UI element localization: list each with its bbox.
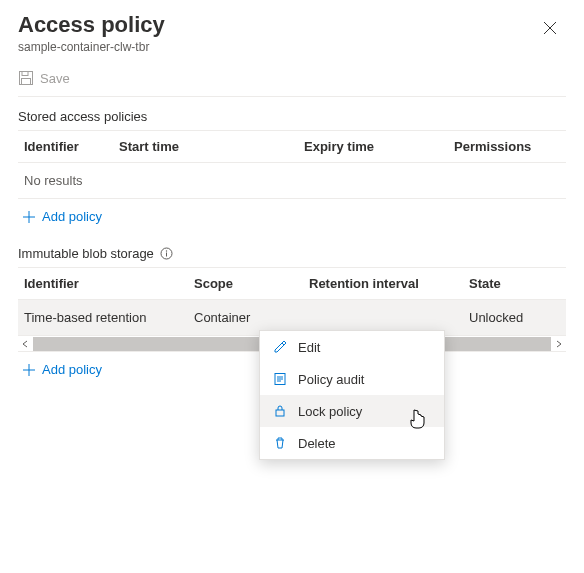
col-ibs-identifier: Identifier: [24, 276, 194, 291]
svg-rect-1: [22, 72, 28, 76]
menu-lock-policy[interactable]: Lock policy: [260, 395, 444, 427]
svg-rect-7: [276, 410, 284, 416]
plus-icon: [22, 363, 36, 377]
save-icon: [18, 70, 34, 86]
close-icon: [543, 21, 557, 35]
plus-icon: [22, 210, 36, 224]
cell-scope: Container: [194, 310, 309, 325]
cell-identifier: Time-based retention: [24, 310, 194, 325]
add-stored-policy-button[interactable]: Add policy: [18, 199, 566, 234]
menu-delete-label: Delete: [298, 436, 336, 451]
col-expiry-time: Expiry time: [304, 139, 454, 154]
context-menu: Edit Policy audit Lock policy Delete: [259, 330, 445, 460]
svg-rect-2: [22, 79, 31, 85]
menu-delete[interactable]: Delete: [260, 427, 444, 459]
save-button[interactable]: Save: [40, 71, 70, 86]
menu-edit[interactable]: Edit: [260, 331, 444, 363]
edit-icon: [272, 339, 288, 355]
stored-access-empty-row: No results: [18, 163, 566, 199]
policy-audit-icon: [272, 371, 288, 387]
add-immutable-policy-label: Add policy: [42, 362, 102, 377]
menu-lock-policy-label: Lock policy: [298, 404, 362, 419]
menu-policy-audit[interactable]: Policy audit: [260, 363, 444, 395]
menu-policy-audit-label: Policy audit: [298, 372, 364, 387]
lock-icon: [272, 403, 288, 419]
container-name: sample-container-clw-tbr: [18, 40, 165, 54]
page-title: Access policy: [18, 12, 165, 38]
col-ibs-retention: Retention interval: [309, 276, 469, 291]
col-permissions: Permissions: [454, 139, 560, 154]
col-identifier: Identifier: [24, 139, 119, 154]
cell-retention: [309, 310, 469, 325]
scroll-right-icon[interactable]: [552, 340, 566, 348]
toolbar: Save: [18, 64, 566, 97]
col-ibs-state: State: [469, 276, 560, 291]
close-button[interactable]: [534, 12, 566, 44]
immutable-heading: Immutable blob storage: [18, 246, 154, 261]
immutable-header: Identifier Scope Retention interval Stat…: [18, 267, 566, 300]
info-icon[interactable]: [160, 247, 173, 260]
col-ibs-scope: Scope: [194, 276, 309, 291]
stored-access-heading: Stored access policies: [18, 109, 566, 124]
scroll-left-icon[interactable]: [18, 340, 32, 348]
delete-icon: [272, 435, 288, 451]
add-stored-policy-label: Add policy: [42, 209, 102, 224]
svg-rect-5: [166, 253, 167, 257]
no-results-label: No results: [24, 173, 83, 188]
menu-edit-label: Edit: [298, 340, 320, 355]
stored-access-header: Identifier Start time Expiry time Permis…: [18, 130, 566, 163]
cell-state: Unlocked: [469, 310, 560, 325]
svg-point-4: [166, 250, 167, 251]
col-start-time: Start time: [119, 139, 304, 154]
